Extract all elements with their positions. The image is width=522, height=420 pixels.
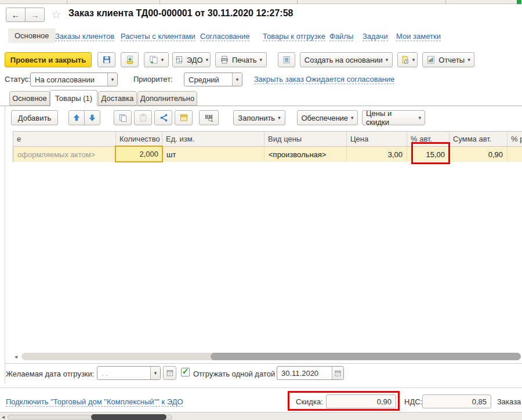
open-window-button[interactable] bbox=[175, 110, 193, 125]
supply-label: Обеспечение bbox=[301, 114, 348, 122]
desired-ship-date-label: Желаемая дата отгрузки: bbox=[6, 370, 94, 378]
awaiting-approval-link[interactable]: Ожидается согласование bbox=[306, 75, 394, 84]
favorite-star-icon[interactable]: ☆ bbox=[51, 8, 61, 21]
column-header-sum-auto[interactable]: Сумма авт. bbox=[449, 131, 507, 147]
tab-delivery[interactable]: Доставка bbox=[98, 91, 137, 106]
desired-date-calendar-button[interactable] bbox=[163, 366, 176, 380]
create-based-on-label: Создать на основании bbox=[304, 56, 383, 64]
chevron-down-icon: ▾ bbox=[236, 77, 239, 82]
nav-item-main[interactable]: Основное bbox=[8, 28, 56, 43]
copy-button[interactable] bbox=[114, 110, 132, 125]
nav-link-tasks[interactable]: Задачи bbox=[362, 32, 388, 41]
strip-divider bbox=[445, 0, 446, 4]
save-button[interactable] bbox=[97, 52, 115, 67]
post-and-close-label: Провести и закрыть bbox=[10, 56, 86, 64]
selected-cell-quantity[interactable]: 2,000 bbox=[115, 146, 163, 162]
add-row-button[interactable]: Добавить bbox=[11, 110, 58, 125]
column-header-pct-auto[interactable]: % авт. bbox=[407, 131, 449, 147]
bottom-scrollbar-thumb[interactable] bbox=[91, 414, 166, 420]
green-indicator bbox=[517, 0, 521, 4]
priority-label: Приоритет: bbox=[133, 75, 173, 84]
copy-icon bbox=[118, 113, 128, 122]
nav-link-customer-orders[interactable]: Заказы клиентов bbox=[55, 32, 114, 41]
tab-main[interactable]: Основное bbox=[9, 91, 50, 106]
document-tasks-button[interactable]: ▾ bbox=[397, 52, 418, 67]
chevron-down-icon: ▾ bbox=[418, 115, 421, 121]
chevron-down-icon: ▾ bbox=[412, 57, 415, 63]
cell-price-kind[interactable]: <произвольная> bbox=[264, 147, 347, 162]
priority-dropdown-button[interactable]: ▾ bbox=[232, 73, 242, 86]
bottom-scroll-left-arrow[interactable]: ◂ bbox=[2, 414, 5, 420]
edo-button[interactable]: ЭДО ▾ bbox=[172, 52, 211, 67]
chevron-down-icon: ▾ bbox=[260, 57, 263, 63]
paste-button[interactable] bbox=[134, 110, 152, 125]
nav-link-files[interactable]: Файлы bbox=[329, 32, 353, 41]
chevron-down-icon: ▾ bbox=[206, 57, 209, 63]
column-header-pct-manual[interactable]: % р bbox=[507, 131, 522, 147]
vat-field[interactable]: 0,85 bbox=[422, 394, 491, 408]
report-chart-icon bbox=[426, 55, 436, 64]
column-header-price-kind[interactable]: Вид цены bbox=[264, 131, 347, 147]
status-combobox[interactable]: На согласовании ▾ bbox=[30, 73, 118, 86]
column-header-price[interactable]: Цена bbox=[347, 131, 407, 147]
discount-field[interactable]: 0,90 bbox=[326, 394, 396, 408]
move-row-down-button[interactable] bbox=[84, 110, 100, 125]
share-split-button[interactable] bbox=[154, 110, 172, 125]
barcode-scan-button[interactable] bbox=[199, 110, 219, 125]
desired-date-dropdown-button[interactable]: ▾ bbox=[150, 367, 160, 379]
supply-button[interactable]: Обеспечение ▾ bbox=[297, 110, 358, 125]
discount-value: 0,90 bbox=[327, 395, 396, 408]
tab-additional[interactable]: Дополнительно bbox=[137, 91, 197, 106]
grid-bottom-border bbox=[5, 363, 522, 364]
post-and-close-button[interactable]: Провести и закрыть bbox=[5, 52, 92, 67]
floppy-disk-icon bbox=[102, 55, 111, 64]
back-button[interactable]: ← bbox=[6, 8, 26, 22]
edo-connect-link[interactable]: Подключить "Торговый дом "Комплексный"" … bbox=[6, 397, 183, 407]
chevron-down-icon: ▾ bbox=[386, 57, 389, 63]
close-order-link[interactable]: Закрыть заказ bbox=[254, 75, 304, 84]
cell-pct-manual[interactable] bbox=[507, 147, 522, 162]
reports-button[interactable]: Отчеты ▾ bbox=[422, 52, 474, 67]
cell-name[interactable]: оформляемых актом> bbox=[13, 147, 116, 162]
paste-icon bbox=[139, 113, 148, 122]
priority-combobox[interactable]: Средний ▾ bbox=[184, 73, 242, 86]
arrow-down-icon bbox=[88, 114, 96, 122]
column-header-quantity[interactable]: Количество bbox=[116, 131, 162, 147]
list-lines-icon bbox=[282, 55, 291, 64]
prices-discounts-button[interactable]: Цены и скидки ▾ bbox=[362, 110, 425, 125]
post-document-button[interactable] bbox=[121, 52, 139, 67]
print-label: Печать bbox=[232, 56, 257, 64]
nav-link-goods-to-ship[interactable]: Товары к отгрузке bbox=[263, 32, 325, 41]
hscroll-left-arrow[interactable]: ◂ bbox=[14, 354, 17, 360]
ship-date-calendar-button[interactable] bbox=[332, 367, 343, 379]
structure-button[interactable] bbox=[278, 52, 295, 67]
fill-button[interactable]: Заполнить ▾ bbox=[233, 110, 285, 125]
column-header-name[interactable]: е bbox=[13, 131, 116, 147]
single-date-checkbox[interactable]: ✓ bbox=[181, 368, 190, 376]
forward-icon: → bbox=[31, 10, 39, 20]
print-button[interactable]: Печать ▾ bbox=[215, 52, 267, 67]
desired-ship-date-input[interactable]: . . ▾ bbox=[97, 366, 161, 380]
edo-label: ЭДО bbox=[187, 56, 203, 64]
chevron-down-icon: ▾ bbox=[467, 57, 470, 63]
create-based-on-button[interactable]: Создать на основании ▾ bbox=[300, 52, 393, 67]
nav-link-settlements[interactable]: Расчеты с клиентами bbox=[121, 32, 195, 41]
grid-hscrollbar-thumb[interactable] bbox=[211, 353, 521, 360]
ship-date-input[interactable]: 30.11.2020 bbox=[277, 366, 344, 380]
tab-goods[interactable]: Товары (1) bbox=[50, 90, 97, 106]
branch-arrows-icon bbox=[159, 113, 168, 122]
move-row-up-button[interactable] bbox=[68, 110, 85, 125]
copy-create-button[interactable]: ▾ bbox=[144, 52, 169, 67]
forward-button[interactable]: → bbox=[25, 8, 45, 22]
strip-divider bbox=[297, 0, 298, 4]
cell-price[interactable]: 3,00 bbox=[347, 147, 407, 162]
status-dropdown-button[interactable]: ▾ bbox=[107, 73, 117, 86]
top-window-strip bbox=[0, 0, 522, 4]
cell-sum-auto[interactable]: 0,90 bbox=[449, 147, 507, 162]
cell-unit[interactable]: шт bbox=[162, 147, 264, 162]
column-header-unit[interactable]: Ед. изм. bbox=[162, 131, 264, 147]
nav-link-my-notes[interactable]: Мои заметки bbox=[396, 32, 441, 41]
chevron-down-icon: ▾ bbox=[278, 115, 281, 121]
nav-link-approval[interactable]: Согласование bbox=[200, 32, 249, 41]
cell-pct-auto[interactable]: 15,00 bbox=[407, 147, 449, 162]
